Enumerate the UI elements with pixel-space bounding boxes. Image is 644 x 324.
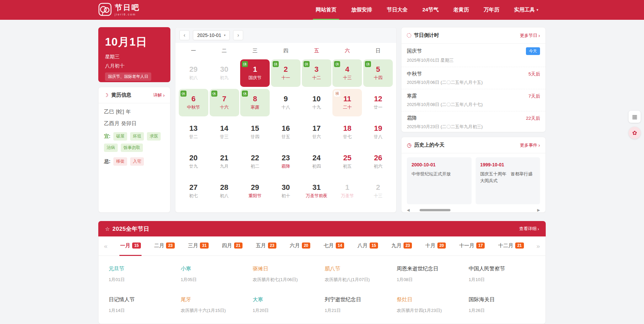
holiday-item[interactable]: 尾牙 农历腊月十六(1月15日) bbox=[181, 296, 248, 314]
calendar-day-cell[interactable]: 31万圣节前夜 bbox=[301, 176, 332, 206]
day-lunar-label: 廿一 bbox=[374, 104, 382, 110]
floating-apps-button[interactable]: ▦ bbox=[629, 111, 641, 123]
nav-item[interactable]: 实用工具▾ bbox=[506, 0, 546, 20]
calendar-day-cell[interactable]: 休4十三 bbox=[332, 58, 363, 88]
month-tab[interactable]: 三月31 bbox=[187, 236, 209, 256]
calendar-day-cell[interactable]: 10十九 bbox=[301, 88, 332, 117]
calendar-day-cell[interactable]: 24初四 bbox=[301, 147, 332, 176]
calendar-day-cell[interactable]: 18廿七 bbox=[332, 117, 363, 147]
calendar-day-cell[interactable]: 26初六 bbox=[363, 147, 393, 176]
calendar-day-cell[interactable]: 休1国庆节 bbox=[239, 58, 270, 88]
site-logo[interactable]: 节日吧 jieri8.com bbox=[98, 3, 140, 17]
tabs-prev-icon[interactable]: « bbox=[104, 242, 108, 250]
calendar-day-cell[interactable]: 30初九 bbox=[209, 58, 240, 88]
calendar-day-cell[interactable]: 休8寒露 bbox=[239, 88, 270, 117]
calendar-day-cell[interactable]: 15廿四 bbox=[239, 117, 270, 147]
nav-item[interactable]: 万年历▾ bbox=[476, 0, 507, 20]
holiday-item[interactable]: 小寒 1月05日 bbox=[181, 265, 248, 283]
month-count-badge: 20 bbox=[437, 242, 446, 249]
calendar-day-cell[interactable]: 29初八 bbox=[178, 58, 209, 88]
calendar-day-cell[interactable]: 28初八 bbox=[209, 176, 240, 206]
calendar-day-cell[interactable]: 20廿九 bbox=[178, 147, 209, 176]
more-events-link[interactable]: 更多事件› bbox=[520, 142, 540, 148]
day-number: 11 bbox=[343, 95, 351, 103]
holiday-item[interactable]: 国际海关日 1月26日 bbox=[469, 296, 535, 314]
scrollbar-thumb[interactable] bbox=[420, 209, 450, 211]
calendar-day-cell[interactable]: 休2十一 bbox=[270, 58, 301, 88]
calendar-day-cell[interactable]: 25初五 bbox=[332, 147, 363, 176]
holiday-name: 列宁逝世纪念日 bbox=[325, 296, 391, 303]
holiday-item[interactable]: 元旦节 1月01日 bbox=[109, 265, 175, 283]
calendar-day-cell[interactable]: 班11二十 bbox=[332, 88, 363, 117]
calendar-day-cell[interactable]: 21九月 bbox=[209, 147, 240, 176]
tabs-next-icon[interactable]: » bbox=[536, 242, 540, 250]
holiday-item[interactable]: 日记情人节 1月14日 bbox=[109, 296, 175, 314]
weekday-label: 三 bbox=[239, 43, 270, 58]
month-tab[interactable]: 九月23 bbox=[391, 236, 413, 256]
nav-item[interactable]: 网站首页▾ bbox=[308, 0, 344, 20]
calendar-day-cell[interactable]: 22初二 bbox=[239, 147, 270, 176]
calendar-day-cell[interactable]: 30初十 bbox=[270, 176, 301, 206]
year-section-header: ☆ 2025全年节日 查看详细› bbox=[98, 221, 546, 236]
calendar-day-cell[interactable]: 休5十四 bbox=[363, 58, 393, 88]
countdown-item[interactable]: 国庆节 今天 2025年10月01日 星期三 bbox=[401, 44, 545, 67]
month-tab[interactable]: 十二月21 bbox=[497, 236, 524, 256]
countdown-item[interactable]: 霜降 22天后 2025年10月23日 (二〇二五年九月初三) bbox=[401, 111, 545, 132]
holiday-item[interactable]: 祭灶日 农历腊月廿四(1月23日) bbox=[397, 296, 464, 314]
next-month-button[interactable]: › bbox=[233, 30, 243, 40]
holiday-item[interactable]: 中国人民警察节 1月10日 bbox=[469, 265, 535, 283]
nav-item[interactable]: 老黄历▾ bbox=[446, 0, 476, 20]
month-tab[interactable]: 五月23 bbox=[255, 236, 277, 256]
view-detail-link[interactable]: 查看详细› bbox=[519, 226, 539, 232]
prev-month-button[interactable]: ‹ bbox=[179, 30, 190, 40]
day-lunar-label: 国庆节 bbox=[249, 75, 262, 81]
almanac-detail-link[interactable]: 详解› bbox=[153, 92, 165, 98]
calendar-day-cell[interactable]: 27初七 bbox=[178, 176, 209, 206]
holiday-item[interactable]: 周恩来逝世纪念日 1月08日 bbox=[397, 265, 464, 283]
history-card[interactable]: 1999-10-01 国庆五十周年 首都举行盛大阅兵式 bbox=[476, 157, 540, 204]
more-festivals-link[interactable]: 更多节日› bbox=[520, 33, 540, 39]
calendar-day-cell[interactable]: 休7十六 bbox=[209, 88, 240, 117]
month-tab[interactable]: 六月20 bbox=[289, 236, 311, 256]
countdown-item[interactable]: 中秋节 5天后 2025年10月06日 (二〇二五年八月十五) bbox=[401, 67, 545, 89]
scroll-left-icon[interactable]: ◀ bbox=[407, 208, 410, 212]
holiday-date: 1月05日 bbox=[181, 277, 248, 283]
calendar-day-cell[interactable]: 14廿三 bbox=[209, 117, 240, 147]
scrollbar-track[interactable] bbox=[412, 209, 535, 211]
holiday-item[interactable]: 驱傩日 农历腊月初七(1月06日) bbox=[253, 265, 319, 283]
chevron-right-icon: › bbox=[163, 92, 165, 98]
calendar-day-cell[interactable]: 16廿五 bbox=[270, 117, 301, 147]
holiday-item[interactable]: 大寒 1月20日 bbox=[253, 296, 319, 314]
calendar-day-cell[interactable]: 17廿六 bbox=[301, 117, 332, 147]
month-tab[interactable]: 八月15 bbox=[357, 236, 379, 256]
calendar-day-cell[interactable]: 19廿八 bbox=[363, 117, 393, 147]
calendar-day-cell[interactable]: 休3十二 bbox=[301, 58, 332, 88]
nav-item[interactable]: 24节气▾ bbox=[415, 0, 446, 20]
left-sidebar: 10月1日 星期三 八月初十 国庆节、国际老年人日 ☽ 黄历信息 详解› 乙巳 … bbox=[98, 27, 170, 213]
date-picker[interactable]: 2025-10-01 ▾ bbox=[193, 30, 230, 40]
history-card[interactable]: 2000-10-01 中华世纪坛正式开放 bbox=[407, 157, 472, 204]
countdown-item[interactable]: 寒露 7天后 2025年10月08日 (二〇二五年八月十七) bbox=[401, 89, 545, 111]
month-tab[interactable]: 十一月17 bbox=[459, 236, 485, 256]
month-tab[interactable]: 十月20 bbox=[425, 236, 446, 256]
floating-logo-button[interactable]: ✿ bbox=[629, 127, 641, 139]
nav-item[interactable]: 节日大全▾ bbox=[379, 0, 415, 20]
holiday-item[interactable]: 腊八节 农历腊月初八(1月07日) bbox=[325, 265, 391, 283]
scroll-right-icon[interactable]: ▶ bbox=[537, 208, 540, 212]
calendar-day-cell[interactable]: 1万圣节 bbox=[332, 176, 363, 206]
calendar-day-cell[interactable]: 12廿一 bbox=[363, 88, 393, 117]
calendar-day-cell[interactable]: 23霜降 bbox=[270, 147, 301, 176]
calendar-day-cell[interactable]: 休6中秋节 bbox=[178, 88, 209, 117]
day-number: 10 bbox=[312, 95, 320, 103]
month-tab[interactable]: 四月21 bbox=[221, 236, 243, 256]
month-tab[interactable]: 七月14 bbox=[323, 236, 345, 256]
nav-item[interactable]: 放假安排▾ bbox=[344, 0, 379, 20]
month-tab[interactable]: 二月23 bbox=[153, 236, 175, 256]
calendar-day-cell[interactable]: 29重阳节 bbox=[239, 176, 270, 206]
holiday-item[interactable]: 列宁逝世纪念日 1月21日 bbox=[325, 296, 391, 314]
calendar-day-cell[interactable]: 13廿二 bbox=[178, 117, 209, 147]
month-tab[interactable]: 一月15 bbox=[119, 236, 141, 256]
calendar-day-cell[interactable]: 9十八 bbox=[270, 88, 301, 117]
day-number: 17 bbox=[312, 125, 320, 132]
calendar-day-cell[interactable]: 2十三 bbox=[363, 176, 393, 206]
